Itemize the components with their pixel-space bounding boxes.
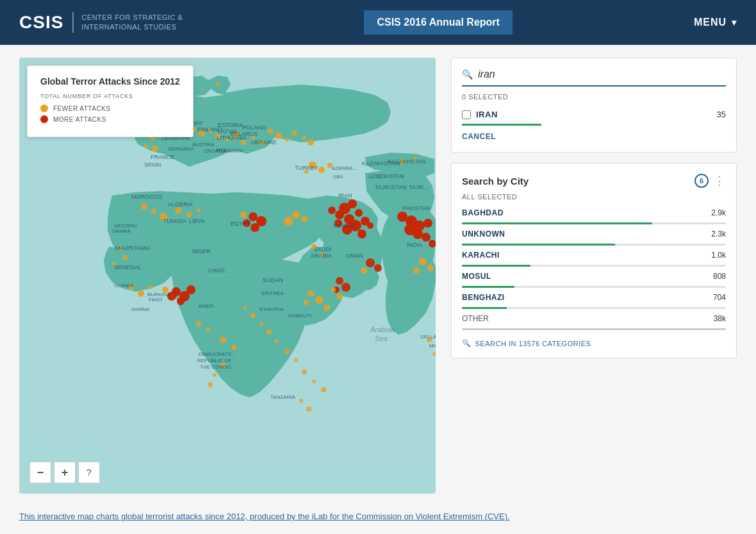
svg-text:TANZANIA: TANZANIA <box>270 394 296 400</box>
svg-point-26 <box>151 209 156 214</box>
zoom-in-button[interactable]: + <box>54 462 76 483</box>
svg-text:POLAND: POLAND <box>242 124 267 131</box>
svg-point-41 <box>206 328 210 332</box>
svg-text:FRANCE: FRANCE <box>151 154 174 160</box>
svg-text:LIBYA: LIBYA <box>189 218 205 224</box>
svg-text:GERMANY: GERMANY <box>168 146 194 152</box>
svg-text:THE CONGO: THE CONGO <box>200 364 231 370</box>
svg-point-96 <box>275 339 279 343</box>
site-header: CSIS CENTER FOR STRATEGIC & INTERNATIONA… <box>0 0 756 45</box>
city-row-mosul[interactable]: MOSUL 808 <box>462 272 726 281</box>
help-button[interactable]: ? <box>78 462 100 483</box>
legend-title: Global Terror Attacks Since 2012 <box>40 76 180 87</box>
svg-point-24 <box>308 139 314 146</box>
svg-point-88 <box>122 255 127 260</box>
svg-point-69 <box>413 229 423 239</box>
svg-text:KAZAKHSTAN: KAZAKHSTAN <box>388 158 425 165</box>
svg-point-63 <box>284 217 293 226</box>
city-more-options-icon[interactable]: ⋮ <box>714 174 726 188</box>
search-categories-icon: 🔍 <box>462 339 472 347</box>
svg-text:OMAN: OMAN <box>346 253 363 259</box>
svg-point-72 <box>419 258 427 265</box>
svg-point-49 <box>328 206 336 214</box>
more-attacks-label: MORE ATTACKS <box>53 116 106 123</box>
svg-point-104 <box>324 305 330 311</box>
svg-text:NIGER: NIGER <box>192 248 211 254</box>
svg-point-39 <box>149 285 152 289</box>
svg-point-46 <box>355 209 363 217</box>
city-row-other[interactable]: OTHER 38k <box>462 314 726 323</box>
svg-point-70 <box>422 233 431 242</box>
svg-text:IRAN: IRAN <box>338 192 352 199</box>
map-legend: Global Terror Attacks Since 2012 TOTAL N… <box>27 65 193 137</box>
svg-point-38 <box>138 290 144 297</box>
svg-point-67 <box>423 219 432 228</box>
svg-point-74 <box>413 267 420 274</box>
mosul-count: 808 <box>713 272 726 281</box>
unknown-name: UNKNOWN <box>462 229 505 238</box>
fewer-attacks-icon <box>40 104 48 112</box>
more-attacks-icon <box>40 115 48 123</box>
mosul-name: MOSUL <box>462 272 491 281</box>
karachi-count: 1.0k <box>711 251 726 260</box>
svg-text:WESTERN: WESTERN <box>114 224 136 228</box>
search-categories-button[interactable]: 🔍 SEARCH IN 13576 CATEGORIES <box>462 339 726 347</box>
sidebar: 🔍 0 SELECTED IRAN 35 CANCEL Search by Ci… <box>436 58 737 358</box>
baghdad-count: 2.9k <box>711 208 726 217</box>
footer-text[interactable]: This interactive map charts global terro… <box>0 506 756 534</box>
search-input-row: 🔍 <box>462 69 726 87</box>
svg-point-100 <box>312 380 316 383</box>
terror-map[interactable]: UNITED KINGDOM NORWAY FINLAND ESTONIA LA… <box>19 58 436 494</box>
svg-point-54 <box>357 229 366 238</box>
svg-point-77 <box>361 267 367 274</box>
svg-text:IJAN: IJAN <box>333 174 343 179</box>
svg-text:DJIBOUTI: DJIBOUTI <box>288 313 311 319</box>
svg-point-14 <box>152 146 158 152</box>
city-row-benghazi[interactable]: BENGHAZI 704 <box>462 293 726 302</box>
svg-point-79 <box>341 283 350 292</box>
svg-point-101 <box>321 387 326 392</box>
svg-text:TAJIK...: TAJIK... <box>409 184 429 190</box>
svg-point-48 <box>335 210 344 219</box>
svg-point-92 <box>243 306 247 310</box>
fewer-attacks-label: FEWER ATTACKS <box>53 105 110 112</box>
city-row-baghdad[interactable]: BAGHDAD 2.9k <box>462 208 726 217</box>
city-header-icons: 6 ⋮ <box>694 174 726 188</box>
map-controls: − + ? <box>29 462 100 483</box>
iran-checkbox[interactable] <box>462 110 471 119</box>
svg-point-21 <box>285 138 289 142</box>
city-filter-icon[interactable]: 6 <box>694 174 709 188</box>
svg-text:ALGERIA: ALGERIA <box>168 201 193 208</box>
svg-point-13 <box>144 144 148 148</box>
svg-point-56 <box>249 212 258 221</box>
city-list: BAGHDAD 2.9k UNKNOWN 2.3k KARACHI 1.0k <box>462 208 726 330</box>
city-row-unknown[interactable]: UNKNOWN 2.3k <box>462 229 726 238</box>
karachi-name: KARACHI <box>462 251 500 260</box>
legend-more: MORE ATTACKS <box>40 115 180 123</box>
logo-subtitle: CENTER FOR STRATEGIC & INTERNATIONAL STU… <box>81 13 183 33</box>
svg-text:ROMANIA: ROMANIA <box>217 147 243 154</box>
zoom-out-button[interactable]: − <box>29 462 51 483</box>
city-header: Search by City 6 ⋮ <box>462 174 726 188</box>
country-search-input[interactable] <box>478 69 726 80</box>
svg-text:Sea: Sea <box>375 335 388 342</box>
svg-text:REPUBLIC OF: REPUBLIC OF <box>197 358 231 363</box>
svg-text:ESTONIA: ESTONIA <box>218 122 243 128</box>
svg-point-109 <box>213 373 217 377</box>
svg-text:AUSTRIA: AUSTRIA <box>192 142 215 147</box>
city-row-karachi[interactable]: KARACHI 1.0k <box>462 251 726 260</box>
all-selected-label: ALL SELECTED <box>462 193 726 201</box>
benghazi-name: BENGHAZI <box>462 293 505 302</box>
other-bar <box>462 328 726 330</box>
benghazi-bar <box>462 307 507 309</box>
svg-point-75 <box>366 258 375 267</box>
menu-button[interactable]: MENU ▾ <box>694 17 737 28</box>
svg-text:SRI LANKA: SRI LANKA <box>420 334 436 340</box>
main-content: UNITED KINGDOM NORWAY FINLAND ESTONIA LA… <box>0 45 756 506</box>
svg-point-78 <box>336 277 343 285</box>
svg-text:Arabian: Arabian <box>370 326 395 333</box>
svg-text:DEMOCRATIC: DEMOCRATIC <box>199 351 233 357</box>
karachi-bar <box>462 265 530 267</box>
cancel-button[interactable]: CANCEL <box>462 132 496 141</box>
svg-point-60 <box>240 212 247 218</box>
